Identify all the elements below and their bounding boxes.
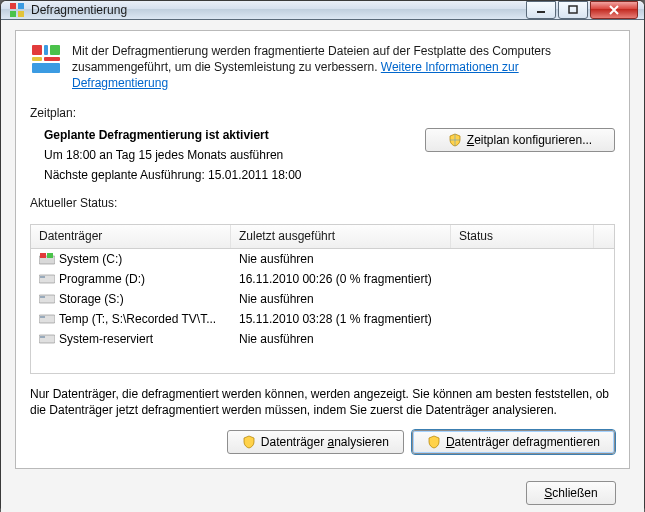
disk-icon [39,273,55,285]
schedule-label: Zeitplan: [30,106,615,120]
shield-icon [427,435,441,449]
shield-icon [448,133,462,147]
svg-rect-6 [32,45,42,55]
svg-rect-9 [32,57,42,61]
svg-rect-10 [44,57,60,61]
defragment-label: Datenträger defragmentieren [446,435,600,449]
close-label: Schließen [544,486,597,500]
note-text: Nur Datenträger, die defragmentiert werd… [30,386,615,418]
window-frame: Defragmentierung Mit der Defragmentierun… [0,0,645,512]
schedule-heading: Geplante Defragmentierung ist aktiviert [44,128,425,142]
svg-rect-11 [32,63,60,73]
window-controls [526,1,638,19]
disk-name: System (C:) [59,252,122,266]
close-button[interactable] [590,1,638,19]
col-spacer [594,225,614,248]
disk-icon [39,333,55,345]
table-header: Datenträger Zuletzt ausgeführt Status [31,225,614,249]
analyze-button[interactable]: Datenträger analysieren [227,430,404,454]
svg-rect-8 [50,45,60,55]
svg-rect-16 [40,276,45,278]
minimize-button[interactable] [526,1,556,19]
svg-rect-14 [47,253,53,258]
svg-rect-2 [10,11,16,17]
status-cell [451,317,614,321]
configure-schedule-label: Zeitplan konfigurieren... [467,133,592,147]
shield-icon [242,435,256,449]
table-row[interactable]: System-reserviertNie ausführen [31,329,614,349]
disk-icon [39,313,55,325]
defrag-app-icon [9,2,25,18]
action-buttons: Datenträger analysieren Datenträger defr… [30,430,615,454]
windows-disk-icon [39,253,55,265]
disk-icon [39,293,55,305]
defrag-icon [30,43,62,75]
svg-rect-18 [40,296,45,298]
intro-text: Mit der Defragmentierung werden fragment… [72,43,615,92]
svg-rect-0 [10,3,16,9]
configure-schedule-button[interactable]: Zeitplan konfigurieren... [425,128,615,152]
disk-name: Programme (D:) [59,272,145,286]
svg-rect-22 [40,336,45,338]
table-row[interactable]: System (C:)Nie ausführen [31,249,614,269]
defragment-button[interactable]: Datenträger defragmentieren [412,430,615,454]
table-row[interactable]: Programme (D:)16.11.2010 00:26 (0 % frag… [31,269,614,289]
window-title: Defragmentierung [31,3,526,17]
status-cell [451,337,614,341]
last-run: 15.11.2010 03:28 (1 % fragmentiert) [231,310,451,328]
main-panel: Mit der Defragmentierung werden fragment… [15,30,630,469]
svg-rect-4 [537,11,545,13]
svg-rect-1 [18,3,24,9]
status-cell [451,297,614,301]
disk-name: Temp (T:, S:\Recorded TV\T... [59,312,216,326]
svg-rect-20 [40,316,45,318]
disk-table: Datenträger Zuletzt ausgeführt Status Sy… [30,224,615,374]
table-body: System (C:)Nie ausführenProgramme (D:)16… [31,249,614,373]
col-disk[interactable]: Datenträger [31,225,231,248]
col-last-run[interactable]: Zuletzt ausgeführt [231,225,451,248]
table-row[interactable]: Temp (T:, S:\Recorded TV\T...15.11.2010 … [31,309,614,329]
maximize-button[interactable] [558,1,588,19]
disk-name: Storage (S:) [59,292,124,306]
status-cell [451,277,614,281]
last-run: 16.11.2010 00:26 (0 % fragmentiert) [231,270,451,288]
status-cell [451,257,614,261]
last-run: Nie ausführen [231,330,451,348]
svg-rect-5 [569,6,577,13]
col-status[interactable]: Status [451,225,594,248]
svg-rect-3 [18,11,24,17]
last-run: Nie ausführen [231,290,451,308]
svg-rect-7 [44,45,48,55]
schedule-time: Um 18:00 an Tag 15 jedes Monats ausführe… [44,148,425,162]
close-dialog-button[interactable]: Schließen [526,481,616,505]
svg-rect-13 [40,253,46,258]
status-label: Aktueller Status: [30,196,615,210]
disk-name: System-reserviert [59,332,153,346]
intro-section: Mit der Defragmentierung werden fragment… [30,43,615,92]
titlebar[interactable]: Defragmentierung [1,1,644,20]
footer: Schließen [15,469,630,512]
last-run: Nie ausführen [231,250,451,268]
schedule-next: Nächste geplante Ausführung: 15.01.2011 … [44,168,425,182]
client-area: Mit der Defragmentierung werden fragment… [1,20,644,512]
table-row[interactable]: Storage (S:)Nie ausführen [31,289,614,309]
analyze-label: Datenträger analysieren [261,435,389,449]
